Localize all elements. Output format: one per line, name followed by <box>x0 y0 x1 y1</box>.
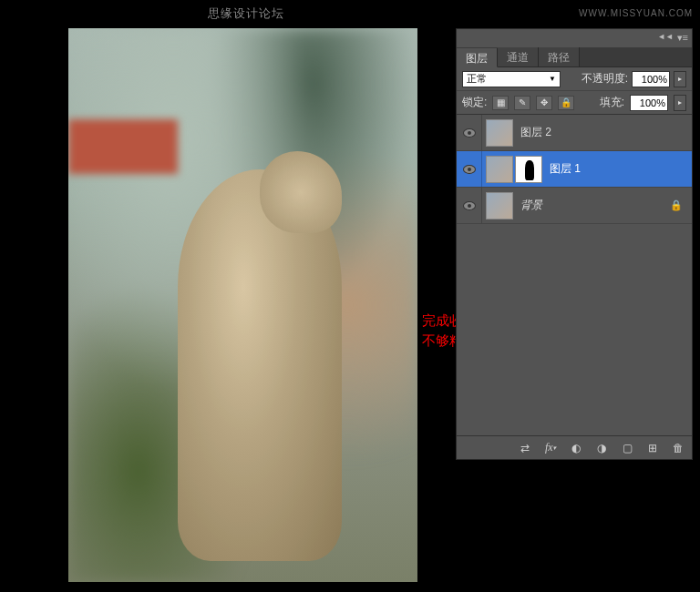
layer-row[interactable]: 图层 1 <box>457 151 692 188</box>
panel-header: ◄◄ ▾≡ <box>457 29 692 47</box>
opacity-label: 不透明度: <box>582 71 628 87</box>
blend-mode-value: 正常 <box>467 72 487 86</box>
layer-mask-thumbnail[interactable] <box>515 156 542 183</box>
chevron-down-icon: ▼ <box>549 75 556 83</box>
canvas-statue <box>178 169 342 561</box>
opacity-input[interactable] <box>632 71 670 87</box>
fx-icon[interactable]: fx▾ <box>542 441 559 455</box>
layers-list: 图层 2 图层 1 背景 🔒 <box>457 115 692 435</box>
panel-menu-icon[interactable]: ▾≡ <box>677 32 688 44</box>
tab-channels[interactable]: 通道 <box>498 47 539 66</box>
lock-transparency-icon[interactable]: ▦ <box>492 96 509 110</box>
fill-flyout-icon[interactable]: ▸ <box>674 95 686 111</box>
canvas-preview <box>68 28 417 582</box>
layer-name[interactable]: 背景 <box>520 198 542 213</box>
fill-input[interactable] <box>630 95 668 111</box>
lock-fill-row: 锁定: ▦ ✎ ✥ 🔒 填充: ▸ <box>457 91 692 115</box>
eye-icon <box>463 201 476 210</box>
panel-footer: ⇄ fx▾ ◐ ◑ ▢ ⊞ 🗑 <box>457 435 692 459</box>
eye-icon <box>463 128 476 138</box>
layer-name[interactable]: 图层 2 <box>520 125 551 140</box>
collapse-icon[interactable]: ◄◄ <box>657 32 674 41</box>
link-icon[interactable]: ⇄ <box>517 441 533 455</box>
layer-thumbnail[interactable] <box>486 192 513 219</box>
visibility-toggle[interactable] <box>457 115 482 150</box>
group-icon[interactable]: ▢ <box>619 441 635 455</box>
layer-name[interactable]: 图层 1 <box>550 161 581 177</box>
new-layer-icon[interactable]: ⊞ <box>644 441 661 455</box>
mask-icon[interactable]: ◐ <box>568 441 584 455</box>
watermark-text: 思缘设计论坛 <box>208 5 284 22</box>
blend-mode-select[interactable]: 正常 ▼ <box>462 71 561 87</box>
tab-layers[interactable]: 图层 <box>457 48 498 67</box>
blend-opacity-row: 正常 ▼ 不透明度: ▸ <box>457 67 692 91</box>
adjustment-icon[interactable]: ◑ <box>593 441 610 455</box>
layer-row[interactable]: 背景 🔒 <box>457 188 692 224</box>
layer-row[interactable]: 图层 2 <box>457 115 692 151</box>
lock-all-icon[interactable]: 🔒 <box>558 96 574 110</box>
layers-panel: ◄◄ ▾≡ 图层 通道 路径 正常 ▼ 不透明度: ▸ 锁定: ▦ ✎ ✥ 🔒 … <box>456 28 693 460</box>
layer-thumbnail[interactable] <box>486 119 513 147</box>
watermark-url: WWW.MISSYUAN.COM <box>579 8 693 18</box>
lock-position-icon[interactable]: ✥ <box>536 96 552 110</box>
trash-icon[interactable]: 🗑 <box>670 441 686 455</box>
lock-icon: 🔒 <box>670 199 683 211</box>
layer-thumbnail[interactable] <box>486 156 513 183</box>
fill-label: 填充: <box>600 95 624 110</box>
lock-label: 锁定: <box>462 95 487 110</box>
eye-icon <box>463 165 476 174</box>
panel-tabs: 图层 通道 路径 <box>457 47 692 67</box>
visibility-toggle[interactable] <box>457 151 482 187</box>
opacity-flyout-icon[interactable]: ▸ <box>674 71 686 87</box>
tab-paths[interactable]: 路径 <box>539 47 580 66</box>
visibility-toggle[interactable] <box>457 188 482 223</box>
canvas-roof <box>68 119 178 174</box>
lock-pixels-icon[interactable]: ✎ <box>514 96 530 110</box>
